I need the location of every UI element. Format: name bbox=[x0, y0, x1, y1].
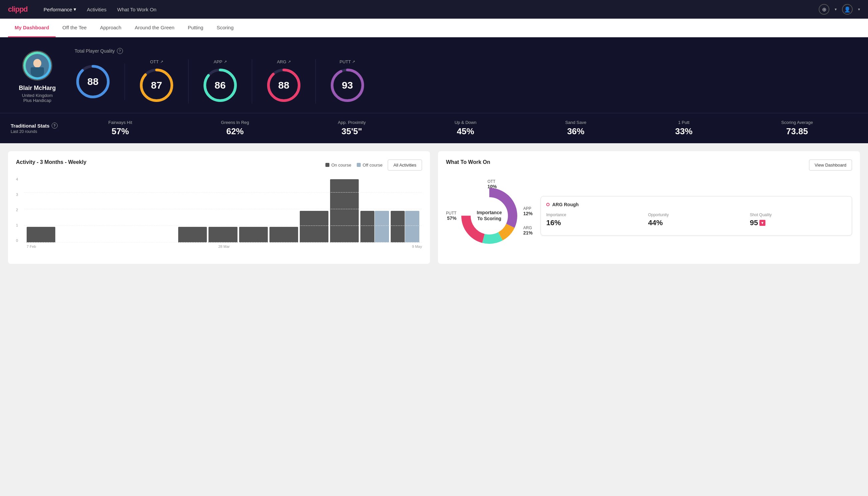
bottom-section: Activity - 3 Months - Weekly On course O… bbox=[0, 143, 868, 272]
donut-label-putt: PUTT 57% bbox=[446, 211, 456, 221]
ring-value-arg: 88 bbox=[278, 80, 289, 91]
ring-value-app: 86 bbox=[215, 80, 225, 91]
scores-section: Total Player Quality ? 88 bbox=[75, 48, 857, 104]
ring-overall: 88 bbox=[75, 63, 125, 100]
arg-shot-quality: Shot Quality 95 ▼ bbox=[750, 213, 846, 227]
donut-label-app: APP 12% bbox=[523, 206, 533, 216]
grid-line bbox=[24, 209, 422, 226]
tpq-label: Total Player Quality ? bbox=[75, 48, 857, 54]
tab-scoring[interactable]: Scoring bbox=[210, 19, 240, 37]
red-arrow-icon: ▼ bbox=[759, 220, 766, 226]
arg-metrics: Importance 16% Opportunity 44% Shot Qual… bbox=[546, 213, 846, 227]
arg-opportunity: Opportunity 44% bbox=[648, 213, 745, 227]
user-icon: 👤 bbox=[844, 6, 851, 13]
grid-line bbox=[24, 176, 422, 192]
ring-container-arg: 88 bbox=[266, 67, 302, 104]
donut-with-labels: PUTT 57% OTT 10% APP 12% ARG bbox=[446, 176, 533, 256]
x-axis: 7 Feb 28 Mar 9 May bbox=[16, 243, 422, 248]
all-activities-button[interactable]: All Activities bbox=[388, 159, 422, 171]
nav-item-performance[interactable]: Performance ▾ bbox=[44, 6, 76, 12]
donut-label-arg: ARG 21% bbox=[523, 226, 533, 235]
chart-legend: On course Off course bbox=[326, 162, 383, 168]
trad-label-block: Traditional Stats ? Last 20 rounds bbox=[11, 123, 64, 134]
player-name: Blair McHarg bbox=[19, 84, 56, 92]
arg-importance: Importance 16% bbox=[546, 213, 643, 227]
grid-line bbox=[24, 226, 422, 243]
what-to-work-on-card: What To Work On View Dashboard PUTT 57% … bbox=[438, 151, 860, 264]
ring-container-ott: 87 bbox=[138, 67, 175, 104]
hero-section: Blair McHarg United Kingdom Plus Handica… bbox=[0, 37, 868, 113]
tab-approach[interactable]: Approach bbox=[93, 19, 128, 37]
stat-greens-in-reg: Greens In Reg 62% bbox=[221, 120, 249, 137]
ring-label-app: APP ↗ bbox=[214, 59, 226, 64]
avatar bbox=[22, 51, 52, 81]
stat-items: Fairways Hit 57% Greens In Reg 62% App. … bbox=[64, 120, 857, 137]
grid-line bbox=[24, 192, 422, 209]
ring-value-overall: 88 bbox=[87, 76, 98, 87]
ring-arg: ARG ↗ 88 bbox=[252, 59, 316, 104]
tab-off-the-tee[interactable]: Off the Tee bbox=[56, 19, 93, 37]
sub-nav: My Dashboard Off the Tee Approach Around… bbox=[0, 19, 868, 37]
stat-up-and-down: Up & Down 45% bbox=[455, 120, 477, 137]
bars-area bbox=[24, 176, 422, 243]
ring-label-arg: ARG ↗ bbox=[277, 59, 290, 64]
arg-detail-card: ARG Rough Importance 16% Opportunity 44%… bbox=[541, 196, 852, 235]
score-rings: 88 OTT ↗ 87 bbox=[75, 59, 857, 104]
logo[interactable]: clippd bbox=[8, 5, 28, 14]
trad-stats-label: Traditional Stats ? bbox=[11, 123, 64, 128]
ring-label-ott: OTT ↗ bbox=[150, 59, 163, 64]
legend-off-course: Off course bbox=[357, 162, 383, 168]
arg-card-header: ARG Rough bbox=[546, 202, 846, 207]
view-dashboard-button[interactable]: View Dashboard bbox=[809, 159, 852, 171]
donut-chart-wrapper: PUTT 57% OTT 10% APP 12% ARG bbox=[446, 176, 533, 256]
ring-container-putt: 93 bbox=[329, 67, 366, 104]
ring-value-putt: 93 bbox=[342, 80, 353, 91]
add-button[interactable]: ⊕ bbox=[819, 4, 830, 15]
tab-around-the-green[interactable]: Around the Green bbox=[128, 19, 181, 37]
arrow-icon-ott: ↗ bbox=[160, 60, 163, 64]
user-button[interactable]: 👤 bbox=[842, 4, 853, 15]
wtwo-content: PUTT 57% OTT 10% APP 12% ARG bbox=[446, 176, 852, 256]
player-country: United Kingdom bbox=[22, 93, 53, 98]
chart-area-wrapper: 4 3 2 1 0 bbox=[16, 176, 422, 248]
nav-item-what-to-work-on[interactable]: What To Work On bbox=[117, 7, 157, 12]
trad-help-icon[interactable]: ? bbox=[52, 123, 58, 128]
tab-putting[interactable]: Putting bbox=[181, 19, 210, 37]
avatar-image bbox=[23, 52, 51, 80]
plus-icon: ⊕ bbox=[822, 6, 826, 13]
grid-lines bbox=[24, 176, 422, 243]
nav-item-activities[interactable]: Activities bbox=[87, 7, 107, 12]
stat-sand-save: Sand Save 36% bbox=[565, 120, 586, 137]
help-icon[interactable]: ? bbox=[117, 48, 123, 54]
activity-chart-card: Activity - 3 Months - Weekly On course O… bbox=[8, 151, 430, 264]
ring-container-app: 86 bbox=[202, 67, 238, 104]
stat-app-proximity: App. Proximity 35'5" bbox=[338, 120, 366, 137]
ring-label-putt: PUTT ↗ bbox=[340, 59, 356, 64]
svg-text:Importance: Importance bbox=[477, 210, 502, 215]
donut-svg: Importance To Scoring bbox=[459, 186, 519, 246]
svg-rect-3 bbox=[31, 67, 44, 74]
legend-on-course: On course bbox=[326, 162, 351, 168]
top-nav: clippd Performance ▾ Activities What To … bbox=[0, 0, 868, 19]
tab-my-dashboard[interactable]: My Dashboard bbox=[8, 19, 56, 37]
svg-text:To Scoring: To Scoring bbox=[477, 216, 501, 221]
chart-header: Activity - 3 Months - Weekly On course O… bbox=[16, 159, 422, 171]
player-handicap: Plus Handicap bbox=[23, 98, 51, 103]
legend-dot-on-course bbox=[326, 163, 329, 167]
stat-scoring-average: Scoring Average 73.85 bbox=[782, 120, 813, 137]
arrow-icon-app: ↗ bbox=[224, 60, 227, 64]
shot-quality-value: 95 ▼ bbox=[750, 218, 846, 227]
arrow-icon-arg: ↗ bbox=[288, 60, 291, 64]
player-info: Blair McHarg United Kingdom Plus Handica… bbox=[11, 48, 64, 103]
ring-ott: OTT ↗ 87 bbox=[125, 59, 189, 104]
ring-putt: PUTT ↗ 93 bbox=[316, 59, 379, 104]
trad-stats-sublabel: Last 20 rounds bbox=[11, 129, 64, 134]
wtwo-header: What To Work On View Dashboard bbox=[446, 159, 852, 171]
user-dropdown-icon: ▾ bbox=[858, 7, 860, 12]
arg-indicator-dot bbox=[546, 203, 550, 206]
chart-title: Activity - 3 Months - Weekly bbox=[16, 159, 86, 165]
nav-right: ⊕ ▾ 👤 ▾ bbox=[819, 4, 860, 15]
stat-one-putt: 1 Putt 33% bbox=[675, 120, 693, 137]
ring-app: APP ↗ 86 bbox=[189, 59, 252, 104]
legend-dot-off-course bbox=[357, 163, 361, 167]
